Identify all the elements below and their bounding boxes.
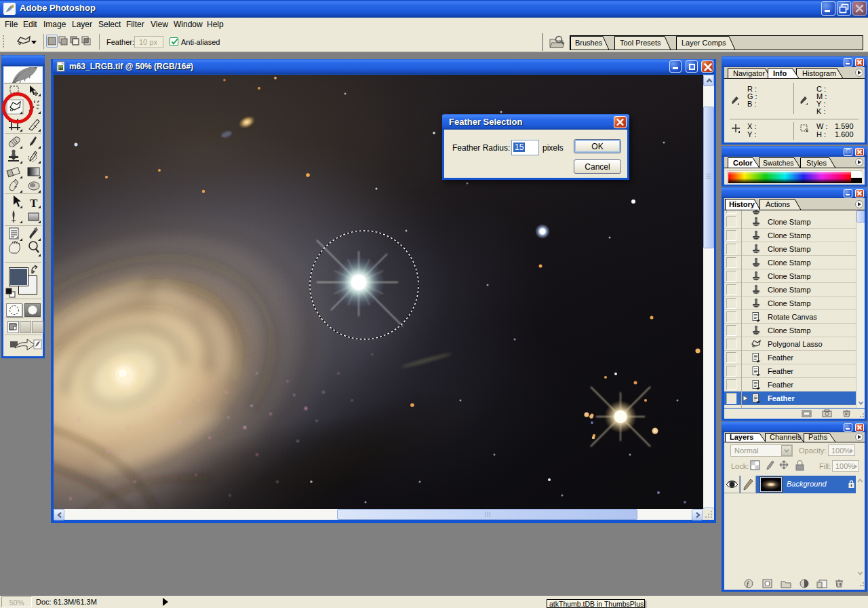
svg-text:T: T bbox=[30, 197, 38, 210]
svg-text:Color: Color bbox=[733, 159, 753, 167]
svg-text:Swatches: Swatches bbox=[763, 159, 794, 167]
svg-text:Paths: Paths bbox=[808, 433, 828, 441]
svg-text:Layers: Layers bbox=[730, 433, 753, 441]
svg-text:Layer Comps: Layer Comps bbox=[682, 39, 726, 47]
svg-text:Channels: Channels bbox=[770, 433, 802, 441]
svg-text:Styles: Styles bbox=[806, 159, 827, 167]
svg-text:Histogram: Histogram bbox=[802, 69, 836, 77]
svg-text:Brushes: Brushes bbox=[575, 39, 603, 47]
svg-text:Info: Info bbox=[773, 69, 787, 77]
svg-text:Tool Presets: Tool Presets bbox=[620, 39, 661, 47]
svg-text:Actions: Actions bbox=[766, 200, 791, 208]
svg-text:History: History bbox=[729, 200, 755, 208]
svg-text:Navigator: Navigator bbox=[733, 69, 765, 77]
